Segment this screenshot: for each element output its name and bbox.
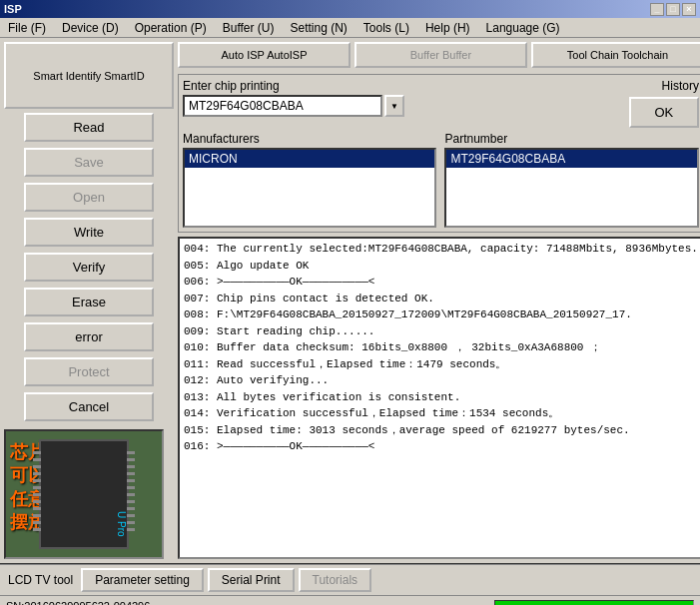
verify-button[interactable]: Verify bbox=[24, 253, 154, 282]
lcd-tv-label: LCD TV tool bbox=[4, 573, 77, 587]
menu-tools[interactable]: Tools (L) bbox=[359, 20, 413, 36]
manufacturers-list[interactable]: MICRON bbox=[183, 148, 436, 228]
chip-image: U Pro bbox=[39, 439, 129, 549]
tab-tool-chain[interactable]: Tool Chain Toolchain bbox=[531, 42, 700, 68]
protect-button[interactable]: Protect bbox=[24, 357, 154, 386]
chip-printing-label: Enter chip printing bbox=[183, 79, 621, 93]
partnumber-label: Partnumber bbox=[444, 132, 698, 146]
log-line: 004: The currently selected:MT29F64G08CB… bbox=[184, 241, 698, 258]
log-line: 010: Buffer data checksum: 16bits_0x8800… bbox=[184, 339, 698, 356]
title-bar-buttons: _ □ × bbox=[650, 3, 696, 16]
menu-buffer[interactable]: Buffer (U) bbox=[219, 20, 279, 36]
tab-area: Auto ISP AutoISP Buffer Buffer Tool Chai… bbox=[178, 42, 700, 68]
chip-text: U Pro bbox=[116, 511, 127, 537]
menu-device[interactable]: Device (D) bbox=[58, 20, 123, 36]
log-line: 009: Start reading chip...... bbox=[184, 323, 698, 340]
tutorials-button[interactable]: Tutorials bbox=[299, 568, 372, 592]
log-line: 015: Elapsed time: 3013 seconds，average … bbox=[184, 422, 698, 439]
menu-language[interactable]: Language (G) bbox=[482, 20, 564, 36]
parameter-setting-button[interactable]: Parameter setting bbox=[81, 568, 204, 592]
log-line: 014: Verification successful，Elapsed tim… bbox=[184, 405, 698, 422]
smart-identify-button[interactable]: Smart Identify SmartID bbox=[4, 42, 174, 109]
progress-bar bbox=[494, 600, 694, 606]
close-button[interactable]: × bbox=[682, 3, 696, 16]
minimize-button[interactable]: _ bbox=[650, 3, 664, 16]
chip-image-container: 芯片可以任意摆放 U Pro bbox=[4, 429, 164, 559]
maximize-button[interactable]: □ bbox=[666, 3, 680, 16]
menu-setting[interactable]: Setting (N) bbox=[287, 20, 351, 36]
menu-bar: File (F) Device (D) Operation (P) Buffer… bbox=[0, 18, 700, 38]
log-line: 016: >——————————OK——————————< bbox=[184, 438, 698, 455]
main-container: Smart Identify SmartID Read Save Open Wr… bbox=[0, 38, 700, 563]
status-text: SN:20160629095622-004296 bbox=[6, 600, 490, 606]
serial-print-button[interactable]: Serial Print bbox=[208, 568, 295, 592]
partnumber-item[interactable]: MT29F64G08CBABA bbox=[446, 150, 696, 168]
write-button[interactable]: Write bbox=[24, 218, 154, 247]
log-line: 013: All bytes verification is consisten… bbox=[184, 389, 698, 406]
tab-auto-isp[interactable]: Auto ISP AutoISP bbox=[178, 42, 350, 68]
manufacturers-section: Manufacturers MICRON bbox=[183, 132, 436, 228]
read-button[interactable]: Read bbox=[24, 113, 154, 142]
right-panel: Auto ISP AutoISP Buffer Buffer Tool Chai… bbox=[178, 42, 700, 559]
log-line: 011: Read successful，Elapsed time：1479 s… bbox=[184, 356, 698, 373]
tab-buffer[interactable]: Buffer Buffer bbox=[354, 42, 527, 68]
error-button[interactable]: error bbox=[24, 322, 154, 351]
ok-button[interactable]: OK bbox=[629, 97, 699, 128]
erase-button[interactable]: Erase bbox=[24, 288, 154, 316]
log-line: 012: Auto verifying... bbox=[184, 372, 698, 389]
title-bar: ISP _ □ × bbox=[0, 0, 700, 18]
log-line: 005: Algo update OK bbox=[184, 258, 698, 275]
status-bar: SN:20160629095622-004296 bbox=[0, 595, 700, 605]
menu-help[interactable]: Help (H) bbox=[421, 20, 474, 36]
chip-printing-dropdown[interactable]: ▼ bbox=[384, 95, 404, 117]
title-text: ISP bbox=[4, 3, 22, 15]
partnumber-section: Partnumber MT29F64G08CBABA bbox=[444, 132, 698, 228]
partnumber-list[interactable]: MT29F64G08CBABA bbox=[444, 148, 698, 228]
open-button[interactable]: Open bbox=[24, 183, 154, 212]
save-button[interactable]: Save bbox=[24, 148, 154, 177]
cancel-button[interactable]: Cancel bbox=[24, 392, 154, 421]
bottom-toolbar: LCD TV tool Parameter setting Serial Pri… bbox=[0, 563, 700, 595]
menu-operation[interactable]: Operation (P) bbox=[131, 20, 211, 36]
left-panel: Smart Identify SmartID Read Save Open Wr… bbox=[4, 42, 174, 559]
log-line: 007: Chip pins contact is detected OK. bbox=[184, 291, 698, 307]
progress-fill bbox=[495, 601, 693, 606]
chip-printing-area: Enter chip printing ▼ History OK Manufac… bbox=[178, 74, 700, 233]
lists-row: Manufacturers MICRON Partnumber MT29F64G… bbox=[183, 132, 699, 228]
log-area[interactable]: 004: The currently selected:MT29F64G08CB… bbox=[178, 237, 700, 559]
menu-file[interactable]: File (F) bbox=[4, 20, 50, 36]
history-label: History bbox=[629, 79, 699, 93]
chip-printing-input[interactable] bbox=[183, 95, 382, 117]
log-line: 008: F:\MT29F64G08CBABA_20150927_172009\… bbox=[184, 306, 698, 323]
manufacturer-item-micron[interactable]: MICRON bbox=[185, 150, 434, 168]
log-line: 006: >——————————OK——————————< bbox=[184, 274, 698, 291]
manufacturers-label: Manufacturers bbox=[183, 132, 436, 146]
